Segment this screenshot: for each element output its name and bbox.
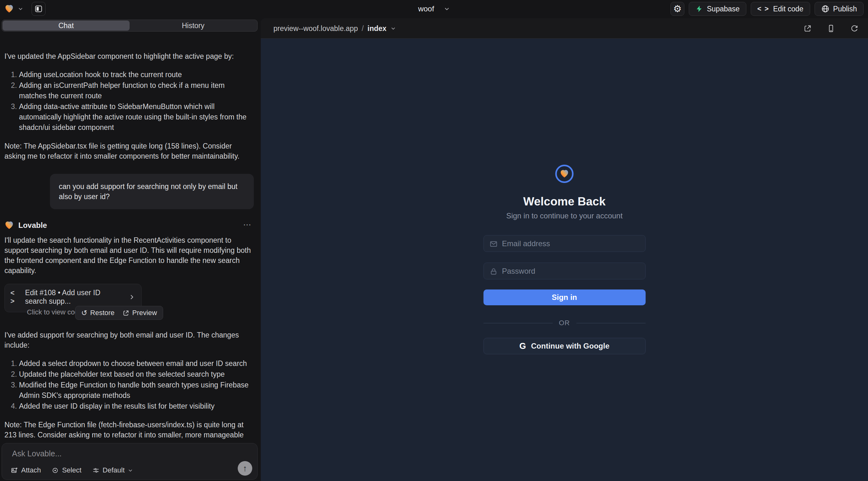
top-bar: woof ⚙ Supabase < > Edit code Publish bbox=[0, 0, 868, 18]
url-separator: / bbox=[362, 24, 364, 33]
list-item: Added a select dropdown to choose betwee… bbox=[19, 358, 254, 369]
assistant-message-text: I've updated the AppSidebar component to… bbox=[4, 51, 254, 61]
edit-code-button[interactable]: < > Edit code bbox=[751, 2, 810, 16]
mode-default-button[interactable]: Default bbox=[92, 466, 133, 474]
supabase-bolt-icon bbox=[695, 5, 703, 13]
list-item: Adding useLocation hook to track the cur… bbox=[19, 69, 254, 80]
list-item: Adding an isCurrentPath helper function … bbox=[19, 80, 254, 101]
panel-tabs: Chat History bbox=[2, 20, 258, 32]
restore-label: Restore bbox=[90, 309, 115, 317]
gear-icon: ⚙ bbox=[673, 4, 682, 13]
login-card: Welcome Back Sign in to continue to your… bbox=[483, 165, 646, 354]
preview-header: preview--woof.lovable.app / index bbox=[261, 18, 868, 38]
lovable-heart-avatar bbox=[4, 221, 14, 230]
more-options-icon[interactable]: ⋯ bbox=[243, 220, 251, 230]
edit-card-wrapper: < > Edit #108 • Add user ID search supp.… bbox=[4, 284, 148, 312]
assistant-numbered-list: Added a select dropdown to choose betwee… bbox=[4, 358, 254, 412]
chat-message-list[interactable]: I've updated the AppSidebar component to… bbox=[0, 51, 259, 441]
edit-card-title: Edit #108 • Add user ID search supp... bbox=[25, 289, 124, 306]
login-subtitle: Sign in to continue to your account bbox=[506, 211, 622, 221]
restore-icon: ↺ bbox=[81, 309, 87, 317]
chevron-down-icon bbox=[443, 6, 450, 12]
assistant-message-text: I'll update the search functionality in … bbox=[4, 235, 254, 276]
chevron-down-icon bbox=[128, 468, 133, 473]
assistant-name: Lovable bbox=[18, 221, 47, 230]
code-brackets-icon: < > bbox=[757, 5, 769, 13]
lovable-heart-logo[interactable] bbox=[4, 4, 14, 13]
chat-composer: Attach Select Default ↑ bbox=[2, 443, 258, 480]
email-field-wrapper bbox=[483, 235, 646, 252]
list-item: Modified the Edge Function to handle bot… bbox=[19, 380, 254, 401]
login-title: Welcome Back bbox=[523, 195, 606, 209]
send-button[interactable]: ↑ bbox=[238, 461, 252, 476]
preview-url: preview--woof.lovable.app bbox=[273, 24, 358, 33]
chevron-down-icon[interactable] bbox=[18, 6, 23, 12]
settings-button[interactable]: ⚙ bbox=[671, 2, 684, 16]
tab-chat[interactable]: Chat bbox=[3, 21, 130, 31]
external-link-icon bbox=[123, 310, 129, 316]
assistant-note-text: Note: The AppSidebar.tsx file is getting… bbox=[4, 141, 254, 161]
list-item: Added the user ID display in the results… bbox=[19, 401, 254, 412]
preview-actions bbox=[804, 18, 859, 38]
app-logo bbox=[555, 165, 574, 183]
list-item: Adding data-active attribute to SidebarM… bbox=[19, 101, 254, 133]
project-name: woof bbox=[418, 4, 434, 13]
supabase-button[interactable]: Supabase bbox=[689, 2, 746, 16]
select-element-button[interactable]: Select bbox=[52, 466, 81, 474]
attach-label: Attach bbox=[21, 466, 41, 474]
divider-line bbox=[483, 323, 553, 323]
google-button-label: Continue with Google bbox=[531, 342, 610, 351]
or-divider: OR bbox=[483, 319, 646, 327]
arrow-up-icon: ↑ bbox=[243, 463, 247, 473]
composer-toolbar: Attach Select Default bbox=[11, 466, 133, 474]
publish-button[interactable]: Publish bbox=[814, 2, 864, 16]
preview-page: index bbox=[368, 24, 386, 33]
code-brackets-icon: < > bbox=[10, 289, 20, 305]
attach-button[interactable]: Attach bbox=[11, 466, 41, 474]
supabase-label: Supabase bbox=[707, 5, 740, 13]
email-field[interactable] bbox=[502, 235, 641, 252]
mode-label: Default bbox=[103, 466, 125, 474]
sign-in-button[interactable]: Sign in bbox=[483, 289, 646, 305]
tab-history[interactable]: History bbox=[130, 21, 257, 31]
edit-code-label: Edit code bbox=[773, 5, 804, 13]
select-target-icon bbox=[52, 467, 59, 474]
refresh-icon[interactable] bbox=[850, 24, 859, 33]
google-sign-in-button[interactable]: G Continue with Google bbox=[483, 338, 646, 354]
mail-icon bbox=[489, 240, 498, 248]
divider-line bbox=[576, 323, 646, 323]
globe-icon bbox=[821, 5, 830, 13]
restore-button[interactable]: ↺ Restore bbox=[81, 309, 115, 317]
assistant-note-text: Note: The Edge Function file (fetch-fire… bbox=[4, 420, 254, 441]
chat-panel: Chat History I've updated the AppSidebar… bbox=[0, 18, 261, 481]
divider-label: OR bbox=[559, 319, 570, 327]
attach-image-icon bbox=[11, 467, 18, 474]
heart-icon bbox=[560, 169, 569, 179]
google-g-icon: G bbox=[519, 341, 526, 351]
edit-card-title-row: < > Edit #108 • Add user ID search supp.… bbox=[10, 289, 135, 306]
sliders-icon bbox=[92, 467, 99, 474]
assistant-message-text: I've added support for searching by both… bbox=[4, 330, 254, 350]
edit-card-toolbar: ↺ Restore Preview bbox=[75, 306, 163, 320]
chat-input[interactable] bbox=[12, 449, 247, 463]
assistant-numbered-list: Adding useLocation hook to track the cur… bbox=[4, 69, 254, 133]
user-message-bubble: can you add support for searching not on… bbox=[50, 174, 254, 209]
select-label: Select bbox=[62, 466, 81, 474]
chevron-down-icon bbox=[391, 26, 396, 31]
publish-label: Publish bbox=[833, 5, 857, 13]
preview-panel: preview--woof.lovable.app / index Welcom… bbox=[261, 18, 868, 481]
password-field[interactable] bbox=[502, 263, 641, 279]
topbar-left bbox=[4, 2, 45, 16]
chevron-right-icon bbox=[129, 294, 135, 300]
sidebar-toggle-button[interactable] bbox=[32, 2, 45, 16]
preview-button[interactable]: Preview bbox=[123, 309, 157, 317]
mobile-view-icon[interactable] bbox=[827, 24, 835, 33]
lock-icon bbox=[489, 267, 498, 276]
project-switcher[interactable]: woof bbox=[418, 0, 450, 18]
open-in-new-tab-icon[interactable] bbox=[804, 24, 812, 33]
password-field-wrapper bbox=[483, 263, 646, 279]
preview-url-breadcrumb[interactable]: preview--woof.lovable.app / index bbox=[273, 18, 396, 38]
topbar-actions: ⚙ Supabase < > Edit code Publish bbox=[671, 2, 864, 16]
list-item: Updated the placeholder text based on th… bbox=[19, 369, 254, 380]
preview-label: Preview bbox=[132, 309, 157, 317]
